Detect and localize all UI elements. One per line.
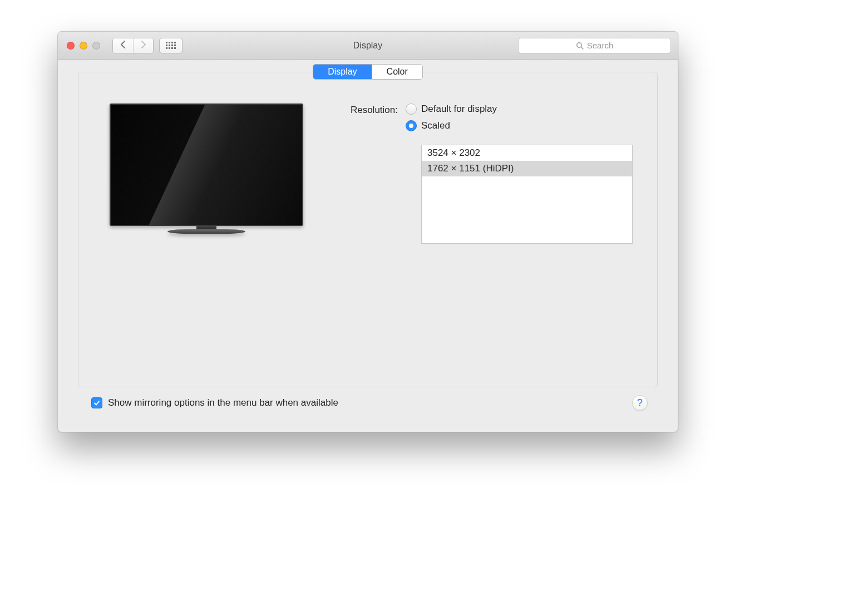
back-button[interactable] bbox=[113, 38, 133, 53]
chevron-right-icon bbox=[141, 41, 146, 51]
radio-icon bbox=[406, 104, 417, 115]
radio-label: Default for display bbox=[421, 104, 497, 115]
resolution-option[interactable]: 3524 × 2302 bbox=[422, 145, 632, 161]
tab-bar: Display Color bbox=[78, 64, 658, 80]
grid-icon bbox=[166, 42, 176, 49]
preferences-window: Display Search Display Color Resolution: bbox=[57, 31, 678, 432]
search-placeholder: Search bbox=[587, 41, 614, 50]
radio-label: Scaled bbox=[421, 120, 450, 131]
show-all-button[interactable] bbox=[159, 38, 183, 53]
radio-icon-checked bbox=[406, 120, 417, 131]
search-field[interactable]: Search bbox=[518, 38, 671, 53]
resolution-form: Resolution: Default for display Scaled 3… bbox=[332, 104, 638, 371]
tab-color[interactable]: Color bbox=[372, 65, 422, 79]
forward-button[interactable] bbox=[133, 38, 153, 53]
search-icon bbox=[576, 42, 584, 50]
close-window-button[interactable] bbox=[67, 42, 75, 50]
resolution-list[interactable]: 3524 × 2302 1762 × 1151 (HiDPI) bbox=[421, 145, 633, 244]
help-button[interactable]: ? bbox=[632, 395, 648, 411]
radio-default-for-display[interactable]: Default for display bbox=[406, 104, 633, 115]
mirroring-checkbox-row[interactable]: Show mirroring options in the menu bar w… bbox=[91, 397, 338, 408]
mirroring-checkbox-label: Show mirroring options in the menu bar w… bbox=[108, 397, 338, 408]
tab-display[interactable]: Display bbox=[313, 65, 371, 79]
radio-scaled[interactable]: Scaled bbox=[406, 120, 633, 131]
checkbox-checked-icon bbox=[91, 397, 102, 408]
monitor-icon bbox=[110, 104, 303, 226]
traffic-lights bbox=[67, 42, 100, 50]
zoom-window-button[interactable] bbox=[92, 42, 100, 50]
resolution-label: Resolution: bbox=[332, 104, 398, 116]
titlebar: Display Search bbox=[58, 32, 678, 60]
help-icon: ? bbox=[637, 397, 643, 409]
body: Display Color Resolution: Default for di… bbox=[58, 60, 678, 432]
nav-group bbox=[112, 38, 154, 53]
resolution-option[interactable]: 1762 × 1151 (HiDPI) bbox=[422, 161, 632, 176]
monitor-illustration bbox=[106, 104, 307, 371]
svg-line-1 bbox=[581, 47, 583, 49]
chevron-left-icon bbox=[120, 41, 126, 51]
minimize-window-button[interactable] bbox=[80, 42, 87, 50]
footer: Show mirroring options in the menu bar w… bbox=[78, 387, 658, 421]
display-pane: Resolution: Default for display Scaled 3… bbox=[78, 72, 658, 387]
